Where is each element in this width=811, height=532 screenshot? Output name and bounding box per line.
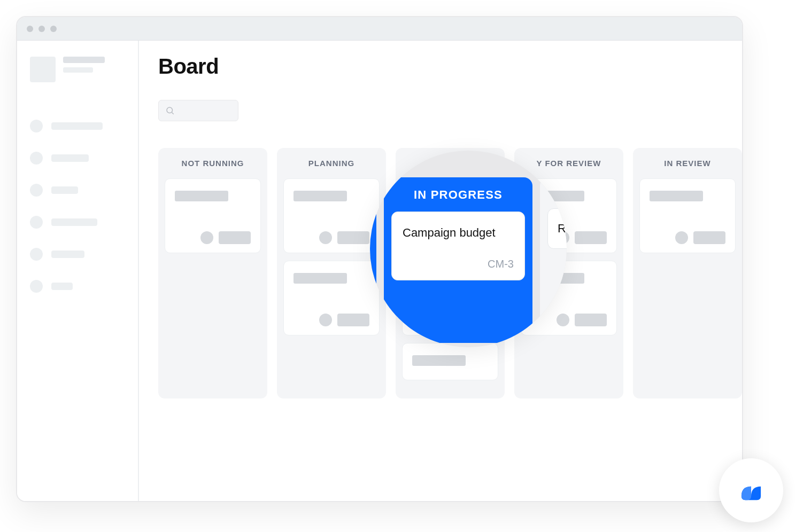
card-avatar-placeholder bbox=[319, 314, 332, 326]
column-header: NOT RUNNING bbox=[165, 159, 261, 168]
nav-label-placeholder bbox=[51, 186, 78, 194]
brand-logo-badge bbox=[719, 458, 783, 522]
card-title-placeholder bbox=[412, 355, 466, 366]
nav-label-placeholder bbox=[51, 154, 89, 162]
sidebar-item[interactable] bbox=[30, 248, 125, 261]
sidebar-header bbox=[30, 57, 125, 82]
sidebar-item[interactable] bbox=[30, 120, 125, 132]
column-header: PLANNING bbox=[283, 159, 380, 168]
titlebar bbox=[17, 17, 742, 41]
minimize-dot[interactable] bbox=[38, 26, 45, 32]
board-card[interactable] bbox=[165, 178, 261, 253]
search-input[interactable] bbox=[158, 100, 238, 121]
nav-label-placeholder bbox=[51, 218, 97, 226]
sidebar-item[interactable] bbox=[30, 280, 125, 293]
nav-icon bbox=[30, 216, 43, 229]
card-id-placeholder bbox=[693, 231, 725, 244]
sidebar-item[interactable] bbox=[30, 184, 125, 197]
nav-label-placeholder bbox=[51, 251, 84, 258]
magnifier-card-id: CM-3 bbox=[403, 258, 514, 270]
nav-label-placeholder bbox=[51, 283, 73, 290]
workspace-avatar[interactable] bbox=[30, 57, 56, 82]
magnifier-column-header: IN PROGRESS bbox=[391, 188, 525, 202]
nav-icon bbox=[30, 280, 43, 293]
column-header: Y FOR REVIEW bbox=[521, 159, 617, 168]
app-window: Board NOT RUNNING bbox=[16, 16, 743, 502]
card-id-placeholder bbox=[337, 231, 369, 244]
window-controls bbox=[27, 26, 57, 32]
sidebar-item[interactable] bbox=[30, 152, 125, 165]
column-header: IN REVIEW bbox=[639, 159, 736, 168]
board-card[interactable] bbox=[639, 178, 736, 253]
card-title-placeholder bbox=[650, 191, 703, 201]
magnifier-column: IN PROGRESS Campaign budget CM-3 bbox=[384, 177, 532, 343]
close-dot[interactable] bbox=[27, 26, 33, 32]
page-title: Board bbox=[158, 54, 742, 79]
magnifier-card[interactable]: Campaign budget CM-3 bbox=[391, 212, 525, 280]
svg-line-1 bbox=[172, 112, 173, 114]
workspace-name-placeholder bbox=[63, 57, 105, 63]
maximize-dot[interactable] bbox=[50, 26, 57, 32]
board-column[interactable]: IN REVIEW bbox=[633, 148, 742, 398]
card-id-placeholder bbox=[219, 231, 251, 244]
card-title-placeholder bbox=[293, 191, 347, 201]
sidebar bbox=[17, 41, 139, 501]
card-id-placeholder bbox=[337, 314, 369, 326]
nav-icon bbox=[30, 120, 43, 132]
board-card[interactable] bbox=[402, 343, 498, 380]
card-id-placeholder bbox=[575, 231, 607, 244]
nav-icon bbox=[30, 184, 43, 197]
board-card[interactable] bbox=[283, 178, 380, 253]
search-icon bbox=[165, 106, 175, 115]
magnifier-card-title: Campaign budget bbox=[403, 226, 514, 240]
card-avatar-placeholder bbox=[200, 231, 213, 244]
workspace-sub-placeholder bbox=[63, 67, 93, 73]
board-card[interactable] bbox=[283, 261, 380, 335]
svg-point-0 bbox=[167, 107, 173, 113]
nav-icon bbox=[30, 152, 43, 165]
nav-label-placeholder bbox=[51, 122, 103, 130]
board-column[interactable]: NOT RUNNING bbox=[158, 148, 267, 398]
card-id-placeholder bbox=[575, 314, 607, 326]
nav-icon bbox=[30, 248, 43, 261]
card-avatar-placeholder bbox=[675, 231, 688, 244]
card-title-placeholder bbox=[175, 191, 228, 201]
brand-logo-icon bbox=[736, 475, 767, 506]
sidebar-item[interactable] bbox=[30, 216, 125, 229]
magnifier-overlay: IN PROGRESS Campaign budget CM-3 R bbox=[370, 151, 567, 347]
board-column[interactable]: PLANNING bbox=[277, 148, 386, 398]
card-avatar-placeholder bbox=[319, 231, 332, 244]
card-title-placeholder bbox=[293, 273, 347, 284]
card-avatar-placeholder bbox=[557, 314, 569, 326]
